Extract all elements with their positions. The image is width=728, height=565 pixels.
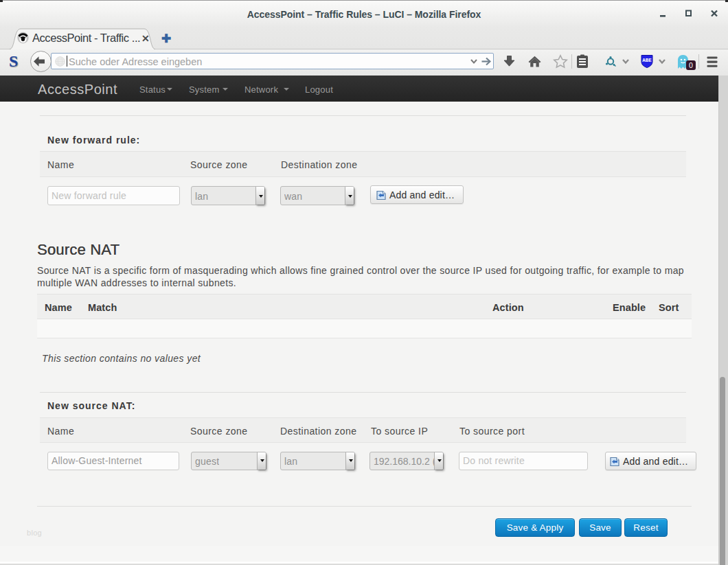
svg-text:ABE: ABE bbox=[642, 58, 652, 63]
